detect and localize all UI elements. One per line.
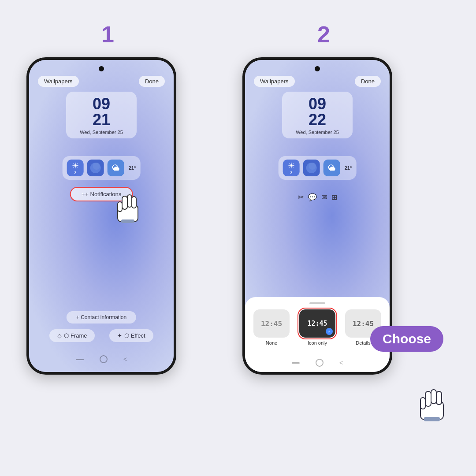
phone1-temp: 21° bbox=[129, 165, 136, 171]
phone2-done-btn[interactable]: Done bbox=[355, 76, 381, 87]
phone2-clock-widget: 09 22 Wed, September 25 bbox=[282, 92, 353, 138]
phone1-hand-cursor bbox=[112, 190, 143, 230]
panel-label-details: Details bbox=[356, 340, 371, 346]
svg-point-9 bbox=[309, 163, 316, 170]
choose-badge: Choose bbox=[370, 326, 443, 352]
scissors-icon: ✂ bbox=[298, 193, 304, 201]
phone2-wallpapers-btn[interactable]: Wallpapers bbox=[254, 76, 295, 87]
panel-label-icon-only: Icon only bbox=[308, 340, 327, 346]
svg-rect-13 bbox=[436, 391, 442, 405]
svg-point-1 bbox=[93, 163, 100, 170]
svg-rect-11 bbox=[425, 391, 431, 406]
phone2-sun-icon: ☀ 3 bbox=[283, 160, 300, 176]
panel-label-none: None bbox=[266, 340, 277, 346]
phone1-nav-recent: < bbox=[123, 356, 127, 363]
phone1-clock-min: 21 bbox=[77, 112, 126, 128]
phone1-frame-btn[interactable]: ◇ ⬡ Frame bbox=[49, 329, 95, 342]
mail-icon: ✉ bbox=[321, 193, 327, 201]
phone1-wallpapers-btn[interactable]: Wallpapers bbox=[38, 76, 79, 87]
phone-2: Wallpapers Done 09 22 Wed, September 25 … bbox=[242, 57, 392, 375]
svg-rect-12 bbox=[431, 390, 436, 404]
phone2-clock-hour: 09 bbox=[293, 96, 342, 112]
phone2-widget-row: ☀ 3 🌥 21° bbox=[279, 156, 357, 180]
chat-icon: 💬 bbox=[308, 193, 317, 201]
svg-rect-14 bbox=[420, 398, 425, 409]
phone1-bottom-btns: ◇ ⬡ Frame ✦ ⬡ Effect bbox=[29, 329, 174, 342]
phone1-navbar: < bbox=[29, 355, 174, 363]
svg-rect-6 bbox=[118, 202, 122, 212]
phone1-camera bbox=[99, 66, 104, 71]
phone2-topbar: Wallpapers Done bbox=[245, 76, 390, 87]
panel-red-border bbox=[298, 308, 337, 339]
phone2-navbar: < bbox=[245, 359, 390, 367]
phone2-moon-icon bbox=[303, 160, 320, 176]
phone1-moon-icon bbox=[87, 160, 104, 176]
phone-1: Wallpapers Done 09 21 Wed, September 25 … bbox=[26, 57, 176, 375]
phone2-camera bbox=[315, 66, 320, 71]
svg-rect-5 bbox=[132, 197, 136, 208]
phone1-topbar: Wallpapers Done bbox=[29, 76, 174, 87]
grid-icon: ⊞ bbox=[331, 193, 337, 201]
panel-option-none[interactable]: 12:45 None bbox=[253, 309, 290, 346]
phone2-cloud-icon: 🌥 bbox=[324, 160, 340, 176]
phone2-hand-cursor bbox=[414, 383, 450, 428]
phone1-nav-back bbox=[76, 359, 84, 360]
panel-card-none[interactable]: 12:45 bbox=[253, 309, 290, 338]
phone1-done-btn[interactable]: Done bbox=[139, 76, 165, 87]
phone2-temp: 21° bbox=[345, 165, 352, 171]
step-2-number: 2 bbox=[317, 21, 330, 48]
step-1-number: 1 bbox=[101, 21, 114, 48]
phone2-nav-recent: < bbox=[339, 359, 343, 366]
phone2-clock-min: 22 bbox=[293, 112, 342, 128]
plus-icon: + bbox=[82, 191, 85, 197]
phone1-effect-btn[interactable]: ✦ ⬡ Effect bbox=[109, 329, 153, 342]
phone1-sun-icon: ☀ 3 bbox=[67, 160, 84, 176]
svg-rect-15 bbox=[424, 417, 440, 421]
panel-option-icon-only[interactable]: 12:45 ✓ Icon only bbox=[299, 309, 335, 346]
panel-options: 12:45 None 12:45 ✓ Icon onl bbox=[249, 309, 386, 346]
phone1-clock-date: Wed, September 25 bbox=[77, 130, 126, 135]
phone1-widget-row: ☀ 3 🌥 21° bbox=[63, 156, 141, 180]
phone2-nav-back bbox=[292, 362, 300, 364]
frame-icon: ◇ bbox=[57, 332, 62, 339]
svg-rect-4 bbox=[127, 195, 132, 207]
svg-rect-3 bbox=[122, 196, 127, 209]
phone1-cloud-icon: 🌥 bbox=[108, 160, 124, 176]
effect-icon: ✦ bbox=[117, 332, 122, 339]
phone2-notif-icons: ✂ 💬 ✉ ⊞ bbox=[298, 193, 337, 201]
phone1-contact-btn[interactable]: + Contact information bbox=[67, 311, 136, 324]
phone1-clock-widget: 09 21 Wed, September 25 bbox=[66, 92, 137, 138]
phone2-nav-home bbox=[316, 359, 324, 367]
svg-rect-7 bbox=[121, 219, 134, 223]
panel-handle bbox=[309, 302, 325, 304]
phone2-clock-date: Wed, September 25 bbox=[293, 130, 342, 135]
phone1-nav-home bbox=[100, 355, 108, 363]
phone1-clock-hour: 09 bbox=[77, 96, 126, 112]
